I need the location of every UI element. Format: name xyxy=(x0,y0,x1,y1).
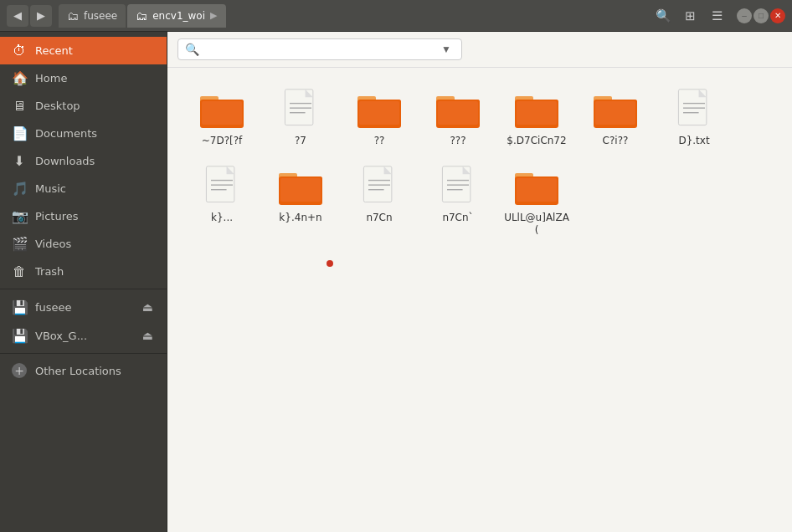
file-label-f8: k}... xyxy=(211,212,233,225)
svg-rect-3 xyxy=(202,101,242,125)
svg-rect-24 xyxy=(595,101,635,125)
sidebar-label-trash: Trash xyxy=(35,265,157,278)
file-label-f2: ?7 xyxy=(295,135,306,148)
minimize-button[interactable]: – xyxy=(737,8,752,23)
file-item-f6[interactable]: C?i?? xyxy=(578,81,653,155)
file-item-f1[interactable]: ~7D?[?f xyxy=(184,81,260,155)
videos-icon: 🎬 xyxy=(12,236,27,252)
folder-icon-f4 xyxy=(435,88,481,131)
file-label-f12: ULlL@u]AlZA( xyxy=(502,212,571,238)
sidebar-item-desktop[interactable]: 🖥 Desktop xyxy=(0,92,167,120)
downloads-icon: ⬇ xyxy=(12,153,27,169)
tab-fuseee[interactable]: 🗂 fuseee xyxy=(59,4,126,28)
file-item-f9[interactable]: k}.4n+n xyxy=(263,158,338,244)
doc-icon-f7 xyxy=(674,88,714,131)
file-area: ~7D?[?f ?7 xyxy=(167,68,792,532)
folder-icon-f6 xyxy=(592,88,639,131)
folder-icon-f12 xyxy=(513,165,560,208)
folder-icon-f5 xyxy=(513,88,560,131)
vbox-eject-icon[interactable]: ⏏ xyxy=(139,327,157,344)
file-label-f5: $.D7CiCn72 xyxy=(507,135,566,148)
doc-icon-f8 xyxy=(202,165,242,208)
folder-icon-f1 xyxy=(198,88,245,131)
forward-button[interactable]: ▶ xyxy=(30,5,52,27)
svg-rect-16 xyxy=(438,101,478,125)
svg-rect-38 xyxy=(280,178,321,202)
home-icon: 🏠 xyxy=(12,70,27,86)
menu-button[interactable]: ☰ xyxy=(705,4,728,28)
maximize-button[interactable]: □ xyxy=(753,8,769,23)
svg-rect-20 xyxy=(517,101,557,125)
other-add-icon: + xyxy=(12,363,27,378)
recent-icon: ⏱ xyxy=(12,43,27,59)
toolbar: 🔍 ▼ xyxy=(167,32,792,68)
content-area: 🔍 ▼ ~7D?[?f xyxy=(167,32,792,532)
sidebar-item-home[interactable]: 🏠 Home xyxy=(0,64,167,92)
file-item-f5[interactable]: $.D7CiCn72 xyxy=(499,81,574,155)
sidebar-label-videos: Videos xyxy=(35,238,157,250)
search-dropdown-button[interactable]: ▼ xyxy=(438,43,455,55)
nav-buttons: ◀ ▶ xyxy=(7,5,52,27)
svg-rect-12 xyxy=(359,101,399,125)
tab-encv1-label: encv1_woi xyxy=(152,10,205,22)
titlebar: ◀ ▶ 🗂 fuseee 🗂 encv1_woi ▶ 🔍 ⊞ ☰ – □ ✕ xyxy=(0,0,792,32)
tab-encv1-icon: 🗂 xyxy=(136,9,147,23)
tab-bar: 🗂 fuseee 🗂 encv1_woi ▶ xyxy=(59,4,226,28)
file-item-f8[interactable]: k}... xyxy=(184,158,260,244)
search-bar[interactable]: 🔍 ▼ xyxy=(177,38,462,60)
file-label-f6: C?i?? xyxy=(603,135,629,148)
file-item-f12[interactable]: ULlL@u]AlZA( xyxy=(499,158,574,244)
sidebar-label-fuseee: fuseee xyxy=(35,301,131,314)
close-button[interactable]: ✕ xyxy=(770,8,785,23)
search-input[interactable] xyxy=(204,43,433,56)
sidebar-item-recent[interactable]: ⏱ Recent xyxy=(0,37,167,64)
sidebar-item-pictures[interactable]: 📷 Pictures xyxy=(0,202,167,230)
sidebar-item-documents[interactable]: 📄 Documents xyxy=(0,120,167,147)
file-label-f1: ~7D?[?f xyxy=(202,135,243,148)
tab-fuseee-icon: 🗂 xyxy=(67,9,79,23)
main-layout: ⏱ Recent 🏠 Home 🖥 Desktop 📄 Documents ⬇ … xyxy=(0,32,792,532)
sidebar-label-documents: Documents xyxy=(35,127,157,140)
file-item-f7[interactable]: D}.txt xyxy=(656,81,732,155)
sidebar-label-desktop: Desktop xyxy=(35,100,157,112)
sidebar-label-home: Home xyxy=(35,72,157,84)
sidebar-item-videos[interactable]: 🎬 Videos xyxy=(0,230,167,258)
sidebar-item-vbox[interactable]: 💾 VBox_G... ⏏ xyxy=(0,321,167,350)
file-item-f11[interactable]: n7Cn` xyxy=(420,158,496,244)
titlebar-actions: 🔍 ⊞ ☰ – □ ✕ xyxy=(651,4,785,28)
file-item-f10[interactable]: n7Cn xyxy=(342,158,417,244)
search-button[interactable]: 🔍 xyxy=(651,4,675,28)
sidebar-item-other[interactable]: + Other Locations xyxy=(0,357,167,384)
file-item-f4[interactable]: ??? xyxy=(420,81,496,155)
fuseee-drive-icon: 💾 xyxy=(12,299,27,315)
pictures-icon: 📷 xyxy=(12,208,27,224)
file-label-f11: n7Cn` xyxy=(442,212,473,225)
folder-icon-f3 xyxy=(356,88,403,131)
desktop-icon: 🖥 xyxy=(12,98,27,114)
file-label-f10: n7Cn xyxy=(366,212,392,225)
sidebar-label-other: Other Locations xyxy=(35,365,121,377)
properties-button[interactable]: ⊞ xyxy=(678,4,702,28)
sidebar-item-trash[interactable]: 🗑 Trash xyxy=(0,258,167,285)
file-label-f4: ??? xyxy=(450,135,465,148)
file-label-f7: D}.txt xyxy=(678,135,709,148)
sidebar-label-music: Music xyxy=(35,182,157,195)
fuseee-eject-icon[interactable]: ⏏ xyxy=(139,299,157,315)
sidebar-label-recent: Recent xyxy=(35,44,157,57)
file-label-f3: ?? xyxy=(374,135,385,148)
sidebar: ⏱ Recent 🏠 Home 🖥 Desktop 📄 Documents ⬇ … xyxy=(0,32,167,532)
back-button[interactable]: ◀ xyxy=(7,5,28,27)
documents-icon: 📄 xyxy=(12,125,27,141)
tab-encv1[interactable]: 🗂 encv1_woi ▶ xyxy=(127,4,225,28)
svg-rect-52 xyxy=(517,178,557,202)
sidebar-item-music[interactable]: 🎵 Music xyxy=(0,175,167,202)
sidebar-item-downloads[interactable]: ⬇ Downloads xyxy=(0,147,167,175)
file-item-f3[interactable]: ?? xyxy=(342,81,417,155)
doc-icon-f10 xyxy=(359,165,399,208)
sidebar-item-fuseee[interactable]: 💾 fuseee ⏏ xyxy=(0,293,167,321)
sidebar-label-pictures: Pictures xyxy=(35,210,157,223)
sidebar-label-vbox: VBox_G... xyxy=(35,330,131,342)
sidebar-divider-2 xyxy=(0,353,167,354)
folder-icon-f9 xyxy=(277,165,324,208)
file-item-f2[interactable]: ?7 xyxy=(263,81,338,155)
